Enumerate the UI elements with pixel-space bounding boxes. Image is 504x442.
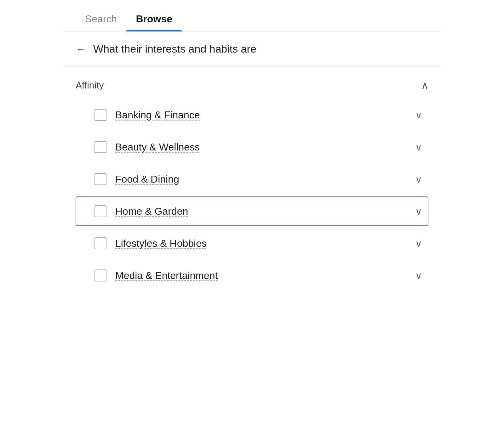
chevron-down-icon-food-dining[interactable]: ∨ [415, 174, 422, 185]
back-arrow-icon[interactable]: ← [76, 44, 86, 54]
category-item-home-garden[interactable]: Home & Garden ∨ [76, 196, 428, 226]
checkbox-food-dining[interactable] [94, 173, 106, 185]
category-label-banking-finance: Banking & Finance [115, 109, 200, 121]
checkbox-lifestyles-hobbies[interactable] [94, 237, 106, 249]
checkbox-media-entertainment[interactable] [94, 269, 106, 281]
chevron-down-icon-home-garden[interactable]: ∨ [415, 206, 422, 217]
chevron-down-icon-media-entertainment[interactable]: ∨ [415, 270, 422, 281]
category-label-food-dining: Food & Dining [115, 173, 179, 185]
category-label-media-entertainment: Media & Entertainment [115, 270, 218, 281]
checkbox-home-garden[interactable] [94, 205, 106, 217]
chevron-down-icon-lifestyles-hobbies[interactable]: ∨ [415, 238, 422, 249]
affinity-section: Affinity ∧ Banking & Finance ∨ Beauty & … [63, 67, 441, 292]
tab-browse[interactable]: Browse [126, 7, 182, 31]
tab-search[interactable]: Search [76, 7, 126, 31]
affinity-header: Affinity ∧ [76, 67, 428, 99]
category-item-lifestyles-hobbies[interactable]: Lifestyles & Hobbies ∨ [76, 229, 428, 258]
category-label-lifestyles-hobbies: Lifestyles & Hobbies [115, 238, 207, 249]
chevron-down-icon-banking-finance[interactable]: ∨ [415, 110, 422, 121]
category-item-banking-finance[interactable]: Banking & Finance ∨ [76, 100, 428, 130]
chevron-down-icon-beauty-wellness[interactable]: ∨ [415, 142, 422, 153]
checkbox-beauty-wellness[interactable] [94, 141, 106, 153]
category-list: Banking & Finance ∨ Beauty & Wellness ∨ … [76, 99, 428, 292]
affinity-collapse-icon[interactable]: ∧ [421, 79, 428, 91]
back-navigation: ← What their interests and habits are [63, 31, 441, 67]
category-item-food-dining[interactable]: Food & Dining ∨ [76, 164, 428, 194]
checkbox-banking-finance[interactable] [94, 109, 106, 121]
back-title: What their interests and habits are [93, 43, 256, 55]
category-item-beauty-wellness[interactable]: Beauty & Wellness ∨ [76, 132, 428, 162]
category-item-media-entertainment[interactable]: Media & Entertainment ∨ [76, 261, 428, 290]
category-label-home-garden: Home & Garden [115, 206, 188, 217]
tab-bar: Search Browse [63, 0, 441, 31]
affinity-label: Affinity [76, 80, 104, 91]
category-label-beauty-wellness: Beauty & Wellness [115, 141, 200, 153]
